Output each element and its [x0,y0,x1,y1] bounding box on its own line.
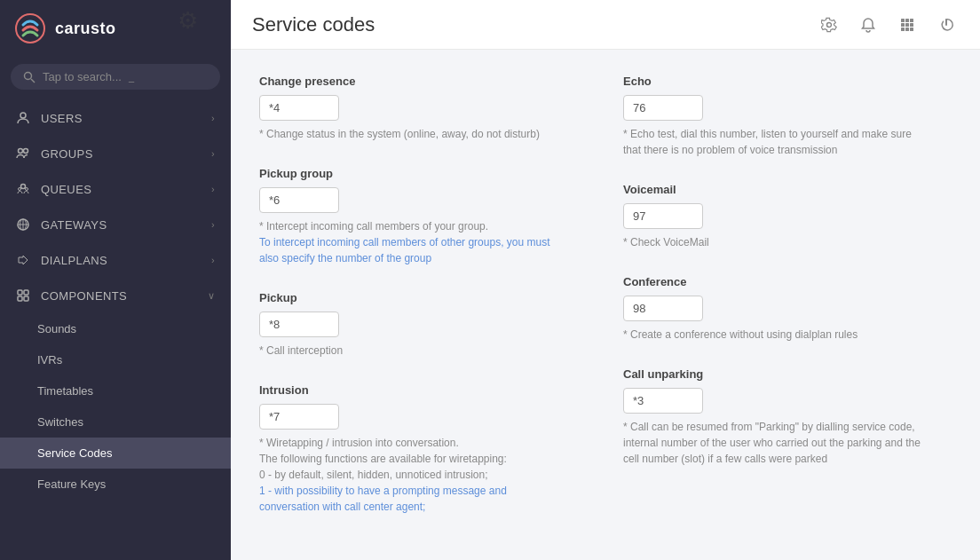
sidebar: carusto ⚙ Tap to search... _ USERS › GRO… [0,0,231,560]
sidebar-item-groups[interactable]: GROUPS › [0,136,231,171]
intrusion-desc: * Wiretapping / intrusion into conversat… [259,435,561,515]
field-pickup-group: Pickup group * Intercept incoming call m… [259,167,588,266]
change-presence-label: Change presence [259,75,588,88]
search-icon [23,71,36,83]
svg-rect-14 [24,290,28,295]
components-icon [16,288,30,303]
search-placeholder: Tap to search... [43,70,122,83]
users-icon [16,111,30,125]
service-codes-content: Change presence * Change status in the s… [231,50,980,560]
voicemail-input[interactable] [623,203,703,229]
pickup-desc: * Call interception [259,343,561,359]
svg-rect-24 [905,28,909,31]
groups-label: GROUPS [41,147,93,161]
pickup-group-desc: * Intercept incoming call members of you… [259,218,561,266]
pickup-input[interactable] [259,312,339,337]
components-chevron: ∨ [208,290,215,302]
svg-rect-15 [18,296,22,301]
pickup-group-input[interactable] [259,187,339,213]
svg-point-3 [20,113,26,118]
field-pickup: Pickup * Call interception [259,291,588,359]
dialplans-chevron: › [211,255,215,265]
svg-point-5 [24,149,28,154]
sidebar-gear-decoration: ⚙ [178,7,198,35]
sidebar-item-queues[interactable]: QUEUES › [0,171,231,207]
sidebar-sub-switches[interactable]: Switches [0,406,231,438]
groups-icon [16,146,30,161]
sidebar-sub-feature-keys[interactable]: Feature Keys [0,469,231,500]
sidebar-item-gateways[interactable]: GATEWAYS › [0,207,231,242]
svg-rect-20 [901,23,905,27]
dialplans-icon [16,253,30,267]
echo-desc: * Echo test, dial this number, listen to… [623,126,925,158]
logo-text: carusto [55,20,116,38]
svg-point-6 [21,185,26,189]
call-unparking-input[interactable] [623,388,703,414]
field-change-presence: Change presence * Change status in the s… [259,75,588,142]
field-voicemail: Voicemail * Check VoiceMail [623,183,952,250]
voicemail-label: Voicemail [623,183,952,196]
change-presence-desc: * Change status in the system (online, a… [259,126,561,142]
svg-rect-19 [910,19,913,22]
intrusion-label: Intrusion [259,383,588,397]
svg-rect-23 [901,28,905,31]
svg-rect-18 [905,19,909,22]
field-echo: Echo * Echo test, dial this number, list… [623,75,952,158]
svg-rect-25 [910,28,913,31]
svg-point-0 [16,14,44,43]
voicemail-desc: * Check VoiceMail [623,234,925,250]
echo-label: Echo [623,75,952,88]
conference-input[interactable] [623,296,703,321]
pickup-label: Pickup [259,291,588,304]
gateways-label: GATEWAYS [41,218,107,232]
sidebar-item-components[interactable]: COMPONENTS ∨ [0,278,231,313]
svg-rect-21 [905,23,909,27]
sidebar-item-users[interactable]: USERS › [0,100,231,136]
svg-rect-13 [18,290,22,295]
field-conference: Conference * Create a conference without… [623,275,952,343]
sidebar-sub-ivrs[interactable]: IVRs [0,344,231,375]
grid-icon[interactable] [895,12,920,37]
conference-label: Conference [623,275,952,288]
echo-input[interactable] [623,95,703,121]
sidebar-item-dialplans[interactable]: DIALPLANS › [0,242,231,278]
field-intrusion: Intrusion * Wiretapping / intrusion into… [259,383,588,515]
main-content: Service codes Change presence [231,0,980,560]
change-presence-input[interactable] [259,95,339,121]
gateways-icon [16,217,30,232]
svg-point-4 [19,149,23,154]
conference-desc: * Create a conference without using dial… [623,327,925,343]
sidebar-sub-timetables[interactable]: Timetables [0,375,231,406]
gateways-chevron: › [211,219,215,230]
pickup-group-desc-link: To intercept incoming call members of ot… [259,236,549,264]
groups-chevron: › [211,148,215,159]
settings-icon[interactable] [817,12,842,37]
bell-icon[interactable] [856,12,881,37]
components-label: COMPONENTS [41,289,127,303]
users-chevron: › [211,113,215,123]
sidebar-sub-service-codes[interactable]: Service Codes [0,438,231,469]
logo-icon [14,12,46,44]
dialplans-label: DIALPLANS [41,254,107,267]
call-unparking-desc: * Call can be resumed from "Parking" by … [623,419,925,467]
call-unparking-label: Call unparking [623,367,952,381]
svg-point-1 [25,72,32,79]
power-icon[interactable] [934,12,959,37]
topbar-icons [817,12,959,37]
svg-line-2 [31,79,35,83]
svg-point-8 [26,188,28,191]
queues-label: QUEUES [41,183,91,196]
search-bar[interactable]: Tap to search... _ [11,64,220,90]
pickup-group-label: Pickup group [259,167,588,180]
users-label: USERS [41,112,83,125]
svg-point-7 [19,188,21,191]
svg-rect-17 [901,19,905,22]
search-cursor: _ [129,72,134,83]
intrusion-input[interactable] [259,404,339,430]
right-column: Echo * Echo test, dial this number, list… [623,75,952,540]
queues-icon [16,182,30,196]
sidebar-sub-sounds[interactable]: Sounds [0,313,231,344]
queues-chevron: › [211,184,215,194]
page-title: Service codes [252,13,375,36]
svg-rect-16 [24,296,28,301]
